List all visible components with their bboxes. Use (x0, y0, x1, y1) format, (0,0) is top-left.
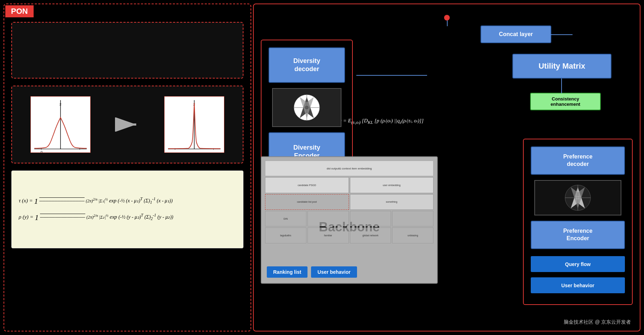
preference-decoder-box: Preferencedecoder (531, 146, 625, 175)
left-panel: 0 2 (4, 4, 251, 331)
formula-rho: ρ (y) = 1 ─────────────── (2π)2/n |Σ₂|½ … (19, 213, 236, 222)
preference-section: Preferencedecoder PreferenceEncoder Quer… (523, 139, 633, 305)
concat-layer-label: Concat layer (499, 31, 533, 37)
arrow-right (113, 117, 142, 132)
left-top-subbox (11, 22, 243, 79)
user-behavior-label: User behavior (561, 283, 594, 288)
diversity-decoder-box: Diversitydecoder (269, 47, 345, 83)
line-dot-to-concat (447, 21, 448, 26)
svg-text:2: 2 (59, 102, 61, 106)
utility-matrix-label: Utility Matrix (539, 62, 585, 71)
bb-cell-2a: candidate PSGD (265, 177, 349, 193)
loss-formula: L₁ (θ, ε) = E(τᵢ,oᵢ) [DKL [p (ρᵢ|oᵢ) ||q… (324, 117, 633, 125)
bb-cell-4a: DIN (265, 211, 306, 226)
preference-icon-area (534, 180, 621, 215)
bb-cell-4b (307, 211, 349, 226)
line-decoder-loss (356, 75, 427, 76)
bb-cell-5a: tags&attrs (265, 227, 306, 243)
preference-decoder-label: Preferencedecoder (563, 153, 593, 168)
chart-wide-gaussian: 0 2 (30, 96, 91, 153)
line-utility-consistency (561, 79, 562, 93)
bb-cell-4c (350, 211, 391, 226)
query-flow-label: Query flow (565, 261, 591, 267)
bb-cell-3b: something (350, 194, 434, 210)
bb-cell-1: did output& context item embedding (265, 161, 433, 176)
red-dot (444, 15, 450, 21)
diversity-decoder-label: Diversitydecoder (293, 57, 320, 74)
preference-encoder-box: PreferenceEncoder (531, 221, 625, 249)
backbone-section: did output& context item embedding candi… (261, 156, 438, 284)
bb-cell-2b: user embedding (350, 177, 434, 193)
formula-box: τ (x) = 1 ─────────────── (2π)2/n |Σ₁|½ … (11, 171, 243, 248)
consistency-label: Consistencyenhancement (551, 96, 580, 107)
consistency-box: Consistencyenhancement (530, 93, 601, 110)
ranking-list-btn[interactable]: Ranking list (267, 266, 307, 278)
chart-narrow-gaussian: 2 (164, 96, 224, 153)
line-concat-utility (537, 34, 573, 35)
svg-text:0: 0 (41, 150, 43, 152)
backbone-user-behavior-btn[interactable]: User behavior (311, 266, 357, 278)
backbone-bottom-buttons: Ranking list User behavior (267, 266, 357, 278)
pon-label: PON (5, 5, 34, 17)
backbone-inner-grid: did output& context item embedding candi… (263, 159, 435, 262)
query-flow-box: Query flow (531, 256, 625, 272)
right-panel: Concat layer Utility Matrix Consistencye… (253, 4, 640, 331)
formula-tau: τ (x) = 1 ─────────────── (2π)2/n |Σ₁|½ … (19, 197, 236, 206)
bb-cell-5b: familiar (307, 227, 349, 243)
watermark: 脑金技术社区 @ 京东云开发者 (564, 319, 631, 325)
diversity-decoder-icon-area (272, 88, 341, 127)
utility-matrix-box: Utility Matrix (512, 54, 611, 79)
preference-encoder-label: PreferenceEncoder (563, 227, 593, 242)
bb-cell-5c: global network (350, 227, 391, 243)
bb-cell-3a: candidate list pool (265, 194, 349, 210)
user-behavior-box: User behavior (531, 277, 625, 293)
bb-cell-4d (392, 211, 433, 226)
bb-cell-5d: unbiasing (392, 227, 433, 243)
distribution-box: 0 2 (11, 86, 243, 163)
